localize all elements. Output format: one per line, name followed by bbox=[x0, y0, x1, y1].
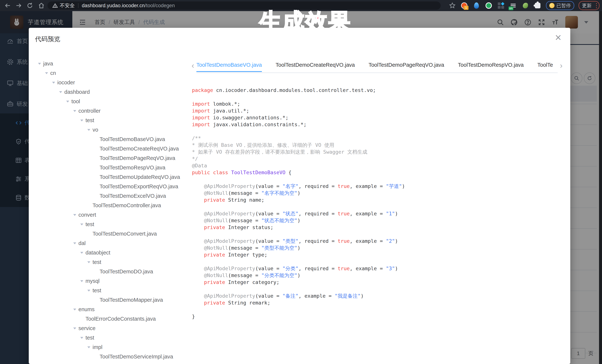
tree-node-label: ToolTestDemoCreateReqVO.java bbox=[100, 146, 179, 152]
tree-folder[interactable]: test bbox=[38, 220, 189, 229]
tree-node-label: ToolTestDemoDO.java bbox=[100, 269, 153, 275]
tree-expand-icon[interactable] bbox=[80, 337, 83, 339]
browser-menu-icon[interactable]: ⋮ bbox=[593, 4, 596, 7]
tree-folder[interactable]: iocoder bbox=[38, 78, 189, 87]
tree-node-label: ToolTestDemoController.java bbox=[93, 202, 161, 208]
tree-expand-icon[interactable] bbox=[87, 290, 90, 291]
tree-node-label: dal bbox=[78, 240, 86, 246]
extension-grid-icon[interactable] bbox=[497, 2, 505, 10]
file-tab-3[interactable]: ToolTestDemoRespVO.java bbox=[458, 61, 524, 71]
tree-expand-icon[interactable] bbox=[73, 214, 76, 216]
tree-file[interactable]: ToolTestDemoController.java bbox=[38, 201, 189, 210]
close-icon[interactable]: × bbox=[555, 32, 562, 42]
tree-expand-icon[interactable] bbox=[80, 120, 83, 121]
tree-folder[interactable]: enums bbox=[38, 305, 189, 314]
tree-folder[interactable]: convert bbox=[38, 210, 189, 220]
tree-node-label: controller bbox=[78, 108, 100, 114]
tree-file[interactable]: ToolTestDemoUpdateReqVO.java bbox=[38, 172, 189, 182]
tree-folder[interactable]: test bbox=[38, 286, 189, 295]
file-tab-4[interactable]: ToolTe bbox=[538, 61, 553, 71]
tree-expand-icon[interactable] bbox=[73, 327, 76, 329]
address-bar[interactable]: 不安全 dashboard.yudao.iocoder.cn /tool/cod… bbox=[47, 1, 441, 10]
reload-icon[interactable] bbox=[26, 2, 33, 9]
code-line: * 测试示例 Base VO，提供给添加、修改、详细的子 VO 使用 bbox=[192, 142, 564, 148]
tree-expand-icon[interactable] bbox=[45, 72, 48, 74]
tree-folder[interactable]: vo bbox=[38, 125, 189, 135]
tree-node-label: ToolTestDemoMapper.java bbox=[100, 297, 163, 303]
tree-expand-icon[interactable] bbox=[80, 280, 83, 282]
tree-expand-icon[interactable] bbox=[52, 82, 55, 83]
tree-file[interactable]: ToolTestDemoPageReqVO.java bbox=[38, 154, 189, 163]
url-host[interactable]: dashboard.yudao.iocoder.cn bbox=[82, 3, 145, 9]
tabs-prev-icon[interactable]: ‹ bbox=[189, 61, 196, 70]
tree-folder[interactable]: mysql bbox=[38, 276, 189, 286]
code-line: @ApiModelProperty(value = "名字", required… bbox=[192, 183, 564, 190]
code-line: @ApiModelProperty(value = "状态", required… bbox=[192, 210, 564, 217]
extension-sprout-icon[interactable] bbox=[522, 2, 529, 10]
tree-file[interactable]: ToolTestDemoDO.java bbox=[38, 267, 189, 276]
tree-expand-icon[interactable] bbox=[87, 129, 90, 131]
security-label[interactable]: 不安全 bbox=[60, 2, 75, 9]
tree-node-label: cn bbox=[50, 70, 56, 76]
tree-expand-icon[interactable] bbox=[38, 63, 41, 65]
code-line bbox=[192, 231, 564, 238]
code-line: import io.swagger.annotations.*; bbox=[192, 114, 564, 121]
tree-file[interactable]: ToolTestDemoConvert.java bbox=[38, 229, 189, 239]
tree-folder[interactable]: java bbox=[38, 59, 189, 68]
tree-expand-icon[interactable] bbox=[59, 91, 62, 93]
tree-folder[interactable]: tool bbox=[38, 97, 189, 106]
tree-node-label: test bbox=[86, 335, 94, 341]
tree-file[interactable]: ToolTestDemoExportReqVO.java bbox=[38, 182, 189, 191]
chrome-update-button[interactable]: 更新 ⋮ bbox=[579, 1, 599, 10]
code-line bbox=[192, 258, 564, 265]
tabs-next-icon[interactable]: › bbox=[558, 61, 565, 70]
tree-folder[interactable]: service bbox=[38, 324, 189, 333]
tree-node-label: test bbox=[93, 259, 101, 265]
tree-file[interactable]: ToolTestDemoRespVO.java bbox=[38, 163, 189, 172]
tree-folder[interactable]: dal bbox=[38, 239, 189, 248]
tree-folder[interactable]: test bbox=[38, 333, 189, 343]
bookmark-star-icon[interactable] bbox=[449, 2, 456, 9]
tree-expand-icon[interactable] bbox=[80, 224, 83, 225]
extension-drop-icon[interactable] bbox=[473, 2, 480, 10]
tree-folder[interactable]: cn bbox=[38, 68, 189, 78]
profile-paused-button[interactable]: 已暂停 bbox=[546, 1, 574, 10]
tree-expand-icon[interactable] bbox=[66, 101, 69, 103]
tree-expand-icon[interactable] bbox=[87, 261, 90, 263]
back-icon[interactable] bbox=[4, 2, 11, 9]
tree-node-label: tool bbox=[71, 98, 80, 104]
tree-folder[interactable]: dashboard bbox=[38, 87, 189, 97]
tree-file[interactable]: ToolErrorCodeConstants.java bbox=[38, 314, 189, 324]
tree-node-label: ToolTestDemoConvert.java bbox=[93, 231, 157, 237]
file-tab-1[interactable]: ToolTestDemoCreateReqVO.java bbox=[276, 61, 355, 71]
tree-folder[interactable]: dataobject bbox=[38, 248, 189, 257]
file-tab-2[interactable]: ToolTestDemoPageReqVO.java bbox=[368, 61, 444, 71]
extension-list-icon[interactable]: on bbox=[509, 2, 517, 10]
tree-file[interactable]: ToolTestDemoBaseVO.java bbox=[38, 135, 189, 144]
tree-file[interactable]: ToolTestDemoExcelVO.java bbox=[38, 191, 189, 201]
forward-icon[interactable] bbox=[15, 2, 22, 9]
tree-folder[interactable]: test bbox=[38, 116, 189, 125]
extension-green-icon[interactable] bbox=[485, 2, 493, 10]
tree-folder[interactable]: test bbox=[38, 257, 189, 267]
url-path[interactable]: /tool/codegen bbox=[145, 3, 175, 9]
file-tab-0[interactable]: ToolTestDemoBaseVO.java bbox=[196, 61, 262, 72]
code-line: private String name; bbox=[192, 197, 564, 203]
tree-file[interactable]: ToolTestDemoCreateReqVO.java bbox=[38, 144, 189, 154]
tree-file[interactable]: ToolTestDemoServiceImpl.java bbox=[38, 352, 189, 361]
tree-expand-icon[interactable] bbox=[73, 242, 76, 244]
tree-expand-icon[interactable] bbox=[80, 252, 83, 254]
tree-expand-icon[interactable] bbox=[73, 110, 76, 112]
tree-folder[interactable]: controller bbox=[38, 106, 189, 116]
home-icon[interactable] bbox=[38, 2, 45, 9]
tree-folder[interactable]: impl bbox=[38, 343, 189, 352]
security-warning-icon[interactable] bbox=[52, 3, 58, 8]
tree-file[interactable]: ToolTestDemoMapper.java bbox=[38, 295, 189, 305]
tree-expand-icon[interactable] bbox=[73, 309, 76, 311]
extensions-puzzle-icon[interactable] bbox=[534, 2, 542, 10]
tree-expand-icon[interactable] bbox=[87, 346, 90, 348]
code-line: } bbox=[192, 313, 564, 320]
code-line: */ bbox=[192, 155, 564, 162]
paused-label: 已暂停 bbox=[556, 2, 571, 9]
extension-ubuntu-icon[interactable]: 1 bbox=[460, 2, 468, 10]
